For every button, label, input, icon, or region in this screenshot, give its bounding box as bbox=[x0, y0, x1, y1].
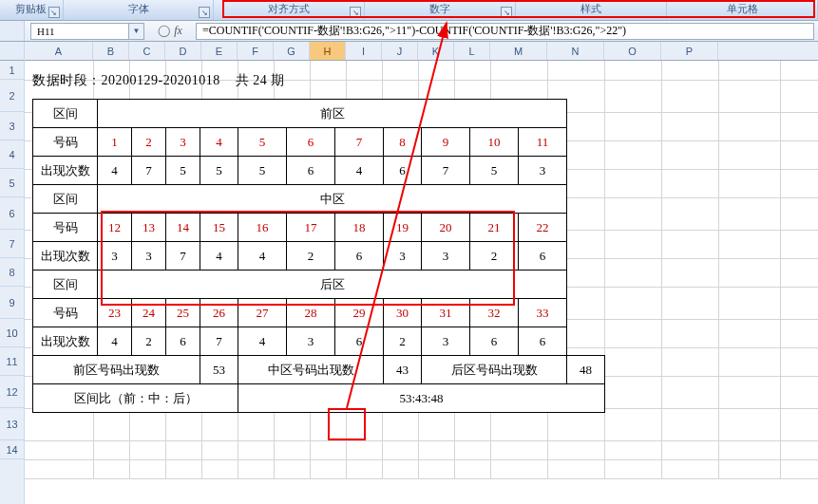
cell[interactable]: 7 bbox=[335, 128, 384, 157]
row-header-7[interactable]: 7 bbox=[0, 230, 24, 258]
cell[interactable]: 6 bbox=[384, 157, 422, 185]
row-header-14[interactable]: 14 bbox=[0, 440, 24, 459]
column-header-K[interactable]: K bbox=[418, 42, 454, 60]
cell[interactable]: 3 bbox=[287, 327, 335, 356]
cell[interactable]: 6 bbox=[287, 128, 335, 157]
cell[interactable]: 12 bbox=[98, 214, 132, 242]
cell[interactable]: 23 bbox=[98, 299, 132, 327]
cell[interactable]: 1 bbox=[98, 128, 132, 157]
column-header-F[interactable]: F bbox=[238, 42, 274, 60]
cell[interactable]: 28 bbox=[287, 299, 335, 327]
cell[interactable]: 3 bbox=[98, 242, 132, 271]
cell[interactable]: 3 bbox=[384, 242, 422, 271]
cell[interactable]: 5 bbox=[238, 157, 287, 185]
cell[interactable]: 29 bbox=[335, 299, 384, 327]
cell[interactable]: 3 bbox=[422, 242, 470, 271]
cell[interactable]: 6 bbox=[335, 327, 384, 356]
column-header-D[interactable]: D bbox=[165, 42, 201, 60]
column-header-M[interactable]: M bbox=[490, 42, 547, 60]
column-header-J[interactable]: J bbox=[382, 42, 418, 60]
formula-bar[interactable]: =COUNTIF('COUNTIF-数据'!B3:G26,">11")-COUN… bbox=[196, 23, 814, 40]
cell[interactable]: 4 bbox=[238, 327, 287, 356]
cell[interactable]: 6 bbox=[519, 242, 567, 271]
row-header-11[interactable]: 11 bbox=[0, 347, 24, 376]
chevron-down-icon[interactable]: ▼ bbox=[128, 24, 143, 39]
cell[interactable]: 3 bbox=[422, 327, 470, 356]
cell[interactable]: 7 bbox=[422, 157, 470, 185]
cell[interactable]: 4 bbox=[200, 242, 238, 271]
cell[interactable]: 9 bbox=[422, 128, 470, 157]
column-header-N[interactable]: N bbox=[547, 42, 604, 60]
cell[interactable]: 2 bbox=[470, 242, 519, 271]
cell[interactable]: 24 bbox=[132, 299, 166, 327]
cell[interactable]: 4 bbox=[98, 157, 132, 185]
cell[interactable]: 6 bbox=[519, 327, 567, 356]
cell[interactable]: 5 bbox=[200, 157, 238, 185]
row-header-13[interactable]: 13 bbox=[0, 408, 24, 440]
cell[interactable]: 22 bbox=[519, 214, 567, 242]
cell[interactable]: 5 bbox=[166, 157, 200, 185]
column-header-O[interactable]: O bbox=[604, 42, 661, 60]
cell[interactable]: 16 bbox=[238, 214, 287, 242]
row-header-12[interactable]: 12 bbox=[0, 376, 24, 408]
cell[interactable]: 21 bbox=[470, 214, 519, 242]
ribbon-group-font[interactable]: 字体↘ bbox=[64, 0, 215, 20]
fx-icon[interactable]: fx bbox=[174, 24, 182, 38]
cell[interactable]: 20 bbox=[422, 214, 470, 242]
cell[interactable]: 13 bbox=[132, 214, 166, 242]
column-header-E[interactable]: E bbox=[201, 42, 238, 60]
cell[interactable]: 33 bbox=[519, 299, 567, 327]
cell[interactable]: 5 bbox=[470, 157, 519, 185]
cell[interactable]: 3 bbox=[132, 242, 166, 271]
cell[interactable]: 15 bbox=[200, 214, 238, 242]
name-box[interactable]: H11 ▼ bbox=[30, 23, 144, 40]
column-header-C[interactable]: C bbox=[129, 42, 165, 60]
cell[interactable]: 17 bbox=[287, 214, 335, 242]
expand-icon[interactable]: ↘ bbox=[199, 7, 210, 18]
cell[interactable]: 11 bbox=[519, 128, 567, 157]
row-header-2[interactable]: 2 bbox=[0, 80, 24, 112]
cell[interactable]: 2 bbox=[132, 128, 166, 157]
expand-icon[interactable]: ↘ bbox=[350, 7, 361, 18]
ribbon-group-align[interactable]: 对齐方式↘ bbox=[214, 0, 365, 20]
row-header-5[interactable]: 5 bbox=[0, 169, 24, 197]
cell[interactable]: 14 bbox=[166, 214, 200, 242]
cell[interactable]: 4 bbox=[200, 128, 238, 157]
ribbon-group-style[interactable]: 样式 bbox=[516, 0, 667, 20]
cell[interactable]: 19 bbox=[384, 214, 422, 242]
column-header-B[interactable]: B bbox=[93, 42, 129, 60]
cell[interactable]: 8 bbox=[384, 128, 422, 157]
cell[interactable]: 3 bbox=[166, 128, 200, 157]
cell[interactable]: 18 bbox=[335, 214, 384, 242]
column-header-I[interactable]: I bbox=[346, 42, 382, 60]
column-header-P[interactable]: P bbox=[661, 42, 718, 60]
column-header-L[interactable]: L bbox=[454, 42, 490, 60]
cell[interactable]: 7 bbox=[166, 242, 200, 271]
cell[interactable]: 6 bbox=[335, 242, 384, 271]
cell[interactable]: 27 bbox=[238, 299, 287, 327]
column-header-A[interactable]: A bbox=[25, 42, 93, 60]
column-header-H[interactable]: H bbox=[310, 42, 346, 60]
ribbon-group-clipboard[interactable]: 剪贴板↘ bbox=[0, 0, 64, 20]
expand-icon[interactable]: ↘ bbox=[48, 7, 60, 18]
cell[interactable]: 7 bbox=[200, 327, 238, 356]
ribbon-group-number[interactable]: 数字↘ bbox=[365, 0, 516, 20]
row-header-6[interactable]: 6 bbox=[0, 197, 24, 230]
cell[interactable]: 7 bbox=[132, 157, 166, 185]
cell[interactable]: 10 bbox=[470, 128, 519, 157]
expand-icon[interactable]: ↘ bbox=[501, 7, 512, 18]
row-header-3[interactable]: 3 bbox=[0, 112, 24, 140]
cell[interactable]: 6 bbox=[287, 157, 335, 185]
cell[interactable]: 2 bbox=[287, 242, 335, 271]
cell[interactable]: 6 bbox=[166, 327, 200, 356]
cell[interactable]: 5 bbox=[238, 128, 287, 157]
ribbon-group-cells[interactable]: 单元格 bbox=[667, 0, 818, 20]
row-header-9[interactable]: 9 bbox=[0, 287, 24, 319]
cell[interactable]: 3 bbox=[519, 157, 567, 185]
cell[interactable]: 30 bbox=[384, 299, 422, 327]
cell[interactable]: 32 bbox=[470, 299, 519, 327]
cell[interactable]: 4 bbox=[238, 242, 287, 271]
select-all-corner[interactable] bbox=[0, 42, 24, 61]
row-header-10[interactable]: 10 bbox=[0, 319, 24, 347]
cell[interactable]: 31 bbox=[422, 299, 470, 327]
